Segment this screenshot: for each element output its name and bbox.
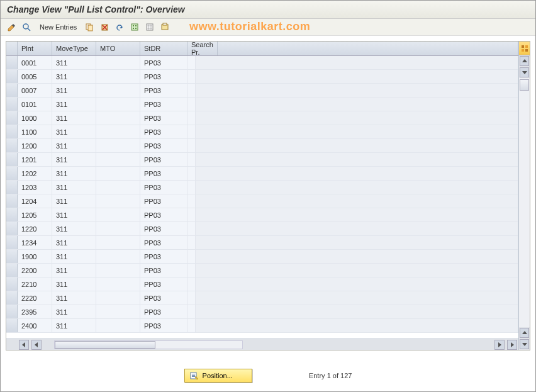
cell-mto[interactable] [96, 305, 140, 318]
cell-mto[interactable] [96, 98, 140, 111]
cell-stdr[interactable]: PP03 [140, 222, 187, 235]
row-selector[interactable] [6, 167, 18, 180]
cell-search[interactable] [187, 70, 196, 83]
row-selector[interactable] [6, 139, 18, 152]
cell-movetype[interactable]: 311 [52, 98, 96, 111]
row-selector[interactable] [6, 208, 18, 221]
cell-search[interactable] [187, 84, 196, 97]
cell-stdr[interactable]: PP03 [140, 167, 187, 180]
cell-movetype[interactable]: 311 [52, 84, 96, 97]
cell-mto[interactable] [96, 236, 140, 249]
cell-movetype[interactable]: 311 [52, 70, 96, 83]
undo-icon[interactable] [113, 21, 126, 33]
cell-mto[interactable] [96, 56, 140, 69]
cell-search[interactable] [187, 139, 196, 152]
deselect-all-icon[interactable] [143, 21, 156, 33]
cell-stdr[interactable]: PP03 [140, 153, 187, 166]
cell-search[interactable] [187, 305, 196, 318]
table-row[interactable]: 2395311PP03 [6, 305, 518, 319]
cell-search[interactable] [187, 208, 196, 221]
cell-movetype[interactable]: 311 [52, 277, 96, 291]
vscroll-thumb[interactable] [520, 79, 529, 91]
vscroll-track[interactable] [519, 78, 530, 327]
scroll-left2-icon[interactable] [31, 340, 42, 350]
cell-stdr[interactable]: PP03 [140, 84, 187, 97]
cell-plnt[interactable]: 1900 [18, 250, 52, 263]
cell-stdr[interactable]: PP03 [140, 319, 187, 332]
row-selector[interactable] [6, 291, 18, 305]
cell-plnt[interactable]: 1205 [18, 208, 52, 221]
cell-movetype[interactable]: 311 [52, 111, 96, 125]
cell-mto[interactable] [96, 111, 140, 125]
cell-mto[interactable] [96, 84, 140, 97]
table-row[interactable]: 1204311PP03 [6, 194, 518, 208]
cell-search[interactable] [187, 125, 196, 138]
scroll-right2-icon[interactable] [507, 340, 517, 350]
cell-stdr[interactable]: PP03 [140, 208, 187, 221]
scroll-right-icon[interactable] [494, 340, 505, 350]
col-header-search[interactable]: Search Pr. [187, 42, 218, 55]
cell-plnt[interactable]: 1000 [18, 111, 52, 125]
cell-stdr[interactable]: PP03 [140, 277, 187, 291]
cell-search[interactable] [187, 319, 196, 332]
cell-movetype[interactable]: 311 [52, 139, 96, 152]
row-selector[interactable] [6, 250, 18, 263]
row-selector[interactable] [6, 181, 18, 194]
hscroll-track[interactable] [54, 340, 243, 349]
print-bc-set-icon[interactable] [159, 21, 171, 33]
scroll-up-icon[interactable] [520, 56, 529, 66]
cell-plnt[interactable]: 0001 [18, 56, 52, 69]
row-selector-header[interactable] [6, 42, 18, 55]
row-selector[interactable] [6, 319, 18, 332]
cell-mto[interactable] [96, 250, 140, 263]
cell-mto[interactable] [96, 125, 140, 138]
cell-mto[interactable] [96, 208, 140, 221]
table-row[interactable]: 0001311PP03 [6, 56, 518, 70]
position-button[interactable]: Position... [184, 369, 252, 383]
row-selector[interactable] [6, 70, 18, 83]
cell-movetype[interactable]: 311 [52, 291, 96, 305]
table-row[interactable]: 0007311PP03 [6, 84, 518, 98]
row-selector[interactable] [6, 194, 18, 208]
hscroll-thumb[interactable] [55, 341, 155, 349]
cell-stdr[interactable]: PP03 [140, 236, 187, 249]
cell-mto[interactable] [96, 277, 140, 291]
cell-stdr[interactable]: PP03 [140, 70, 187, 83]
vertical-scrollbar[interactable] [518, 42, 530, 350]
cell-movetype[interactable]: 311 [52, 181, 96, 194]
select-all-icon[interactable] [128, 21, 141, 33]
cell-movetype[interactable]: 311 [52, 305, 96, 318]
cell-search[interactable] [187, 56, 196, 69]
configure-columns-icon[interactable] [519, 42, 530, 55]
table-row[interactable]: 2220311PP03 [6, 291, 518, 305]
cell-stdr[interactable]: PP03 [140, 56, 187, 69]
cell-plnt[interactable]: 1200 [18, 139, 52, 152]
cell-stdr[interactable]: PP03 [140, 139, 187, 152]
cell-plnt[interactable]: 2220 [18, 291, 52, 305]
table-row[interactable]: 1000311PP03 [6, 111, 518, 125]
cell-mto[interactable] [96, 194, 140, 208]
table-row[interactable]: 1200311PP03 [6, 139, 518, 153]
row-selector[interactable] [6, 222, 18, 235]
cell-search[interactable] [187, 98, 196, 111]
cell-mto[interactable] [96, 153, 140, 166]
cell-stdr[interactable]: PP03 [140, 98, 187, 111]
cell-mto[interactable] [96, 70, 140, 83]
toggle-display-change-icon[interactable] [6, 21, 18, 33]
copy-icon[interactable] [83, 21, 96, 33]
cell-movetype[interactable]: 311 [52, 222, 96, 235]
cell-plnt[interactable]: 1220 [18, 222, 52, 235]
new-entries-button[interactable]: New Entries [36, 22, 81, 32]
cell-plnt[interactable]: 2200 [18, 264, 52, 277]
cell-stdr[interactable]: PP03 [140, 111, 187, 125]
col-header-plnt[interactable]: Plnt [18, 42, 52, 55]
row-selector[interactable] [6, 84, 18, 97]
cell-search[interactable] [187, 250, 196, 263]
table-row[interactable]: 1201311PP03 [6, 153, 518, 167]
scroll-down-icon[interactable] [520, 339, 529, 349]
cell-stdr[interactable]: PP03 [140, 264, 187, 277]
horizontal-scrollbar[interactable] [6, 339, 518, 350]
row-selector[interactable] [6, 153, 18, 166]
cell-search[interactable] [187, 291, 196, 305]
cell-search[interactable] [187, 181, 196, 194]
